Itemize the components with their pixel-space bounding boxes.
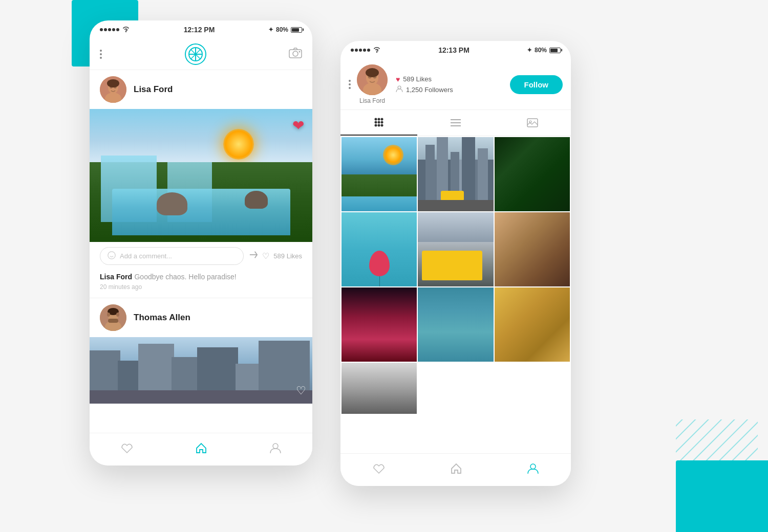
post1-heart-icon[interactable]: ❤ [292, 117, 304, 134]
battery-icon-2 [549, 48, 561, 53]
post1-image: ❤ [90, 109, 312, 242]
waterfall-bg [90, 109, 312, 242]
followers-stat: 1,250 Followers [396, 85, 504, 94]
profile-tabs [340, 110, 571, 136]
likes-value: 589 Likes [403, 75, 432, 83]
lisa-name-profile: Lisa Ford [359, 97, 385, 104]
menu-dot-2 [100, 53, 102, 55]
svg-point-24 [107, 313, 110, 317]
city-scene-bg [90, 337, 312, 404]
grid-cell-guitar[interactable] [495, 287, 570, 362]
svg-rect-22 [108, 319, 118, 323]
signal-dot-5 [116, 28, 119, 31]
street [90, 390, 312, 404]
post2-user-row: Thomas Allen [90, 298, 312, 337]
grid-cell-mountain[interactable] [342, 363, 417, 414]
grid-cell-waterfall[interactable] [342, 137, 417, 211]
wf-sun [223, 129, 254, 160]
tab-grid[interactable] [340, 110, 417, 136]
post1-actions: Add a comment... ♡ 589 Likes [90, 242, 312, 270]
likes-count-1: 589 Likes [273, 252, 302, 260]
post2-heart-icon[interactable]: ♡ [296, 384, 306, 397]
post1-caption: Lisa Ford Goodbye chaos. Hello paradise!… [90, 270, 312, 298]
bluetooth-icon-1: ✦ [268, 26, 273, 33]
battery-percent-1: 80% [276, 26, 288, 33]
svg-point-17 [107, 79, 119, 87]
nav-favorites-2[interactable] [373, 463, 385, 477]
menu-button-2[interactable] [349, 80, 351, 89]
follow-button[interactable]: Follow [510, 75, 563, 94]
svg-point-18 [108, 252, 115, 259]
signal-dots [100, 28, 119, 31]
svg-point-42 [378, 124, 380, 127]
battery-area-1: ✦ 80% [268, 26, 302, 33]
svg-point-2 [125, 31, 126, 32]
heart-stat-icon: ♥ [396, 75, 400, 83]
bottom-nav-2 [340, 453, 571, 486]
coffee-detail [495, 212, 570, 286]
camera-button-1[interactable] [289, 47, 302, 61]
wf-sky [90, 109, 312, 162]
signal-dot-3 [108, 28, 111, 31]
profile-avatar-section: Lisa Ford [357, 64, 388, 104]
grid-cell-leaf[interactable] [495, 137, 570, 211]
battery-percent-2: 80% [535, 47, 547, 54]
menu-dot-2-1 [349, 80, 351, 82]
nav-profile-1[interactable] [270, 442, 281, 457]
balloon-string [379, 276, 380, 286]
lisa-name-feed: Lisa Ford [134, 84, 173, 95]
tab-image[interactable] [494, 111, 571, 135]
signal-dot-1 [100, 28, 103, 31]
svg-point-26 [273, 444, 278, 449]
status-bar-1: 12:12 PM ✦ 80% [90, 20, 312, 39]
grid-cell-wood[interactable] [418, 287, 493, 362]
grid-cell-balloon[interactable] [342, 212, 417, 286]
menu-button-1[interactable] [100, 50, 102, 59]
phone-profile: 12:13 PM ✦ 80% [340, 41, 571, 486]
thomas-avatar-feed[interactable] [100, 304, 126, 331]
comment-placeholder-1: Add a comment... [120, 252, 172, 260]
lisa-avatar-feed[interactable] [100, 76, 126, 103]
grid-cell-city[interactable] [418, 137, 493, 211]
svg-point-34 [398, 86, 401, 89]
nav-home-1[interactable] [195, 442, 207, 457]
like-icon-1[interactable]: ♡ [262, 251, 269, 261]
nav-home-2[interactable] [450, 462, 462, 478]
svg-point-40 [381, 121, 383, 124]
svg-rect-47 [527, 119, 538, 127]
grid-cell-smoothie[interactable] [342, 287, 417, 362]
svg-rect-1 [676, 419, 758, 481]
menu-dot-2-3 [349, 87, 351, 89]
nav-profile-2[interactable] [527, 462, 539, 478]
post1-right-actions: ♡ 589 Likes [249, 251, 302, 261]
signal-dots-2 [351, 49, 370, 52]
balloon-shape [369, 251, 390, 276]
battery-icon-1 [291, 27, 302, 33]
caption-user-1: Lisa Ford [100, 273, 132, 281]
signal-dot-2-3 [359, 49, 362, 52]
grid-cell-coffee[interactable] [495, 212, 570, 286]
nav-favorites-1[interactable] [121, 442, 133, 457]
post1-user-row: Lisa Ford [90, 70, 312, 109]
svg-point-11 [299, 51, 301, 53]
signal-dot-2-5 [367, 49, 370, 52]
signal-dot-4 [112, 28, 115, 31]
caption-time-1: 20 minutes ago [100, 283, 302, 291]
battery-fill-1 [292, 28, 299, 32]
person-stat-icon [396, 85, 403, 94]
lisa-avatar-profile[interactable] [357, 64, 388, 95]
svg-point-27 [376, 51, 377, 52]
share-icon-1[interactable] [249, 251, 258, 261]
svg-point-33 [366, 68, 379, 77]
bluetooth-icon-2: ✦ [527, 47, 532, 54]
menu-dot-3 [100, 57, 102, 59]
post2-image: ♡ [90, 337, 312, 404]
tab-list[interactable] [417, 112, 494, 134]
grid-cell-taxi[interactable] [418, 212, 493, 286]
svg-point-43 [381, 124, 383, 127]
deco-lines [676, 419, 758, 481]
svg-point-10 [293, 51, 298, 56]
signal-area [100, 26, 130, 34]
comment-input-1[interactable]: Add a comment... [100, 247, 244, 265]
signal-dot-2-1 [351, 49, 354, 52]
